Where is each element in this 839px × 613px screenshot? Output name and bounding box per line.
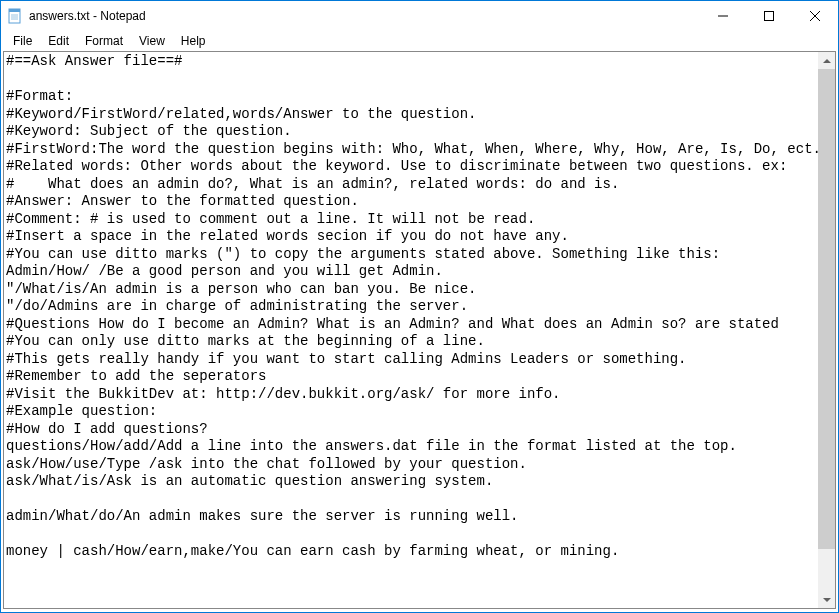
- menu-view[interactable]: View: [131, 33, 173, 49]
- menu-help[interactable]: Help: [173, 33, 214, 49]
- svg-rect-6: [765, 12, 774, 21]
- vertical-scrollbar[interactable]: [818, 52, 835, 608]
- scroll-up-arrow[interactable]: [818, 52, 835, 69]
- svg-marker-10: [823, 598, 831, 602]
- maximize-button[interactable]: [746, 1, 792, 31]
- minimize-button[interactable]: [700, 1, 746, 31]
- svg-rect-1: [9, 9, 20, 12]
- close-button[interactable]: [792, 1, 838, 31]
- svg-marker-9: [823, 59, 831, 63]
- text-editor[interactable]: #==Ask Answer file==# #Format: #Keyword/…: [4, 52, 818, 608]
- notepad-icon: [7, 8, 23, 24]
- menu-edit[interactable]: Edit: [40, 33, 77, 49]
- editor-area: #==Ask Answer file==# #Format: #Keyword/…: [3, 51, 836, 609]
- window-controls: [700, 1, 838, 31]
- menu-bar: File Edit Format View Help: [1, 31, 838, 51]
- scroll-down-arrow[interactable]: [818, 591, 835, 608]
- menu-file[interactable]: File: [5, 33, 40, 49]
- scrollbar-thumb[interactable]: [818, 69, 835, 549]
- title-bar: answers.txt - Notepad: [1, 1, 838, 31]
- window-title: answers.txt - Notepad: [29, 9, 700, 23]
- scrollbar-track[interactable]: [818, 69, 835, 591]
- menu-format[interactable]: Format: [77, 33, 131, 49]
